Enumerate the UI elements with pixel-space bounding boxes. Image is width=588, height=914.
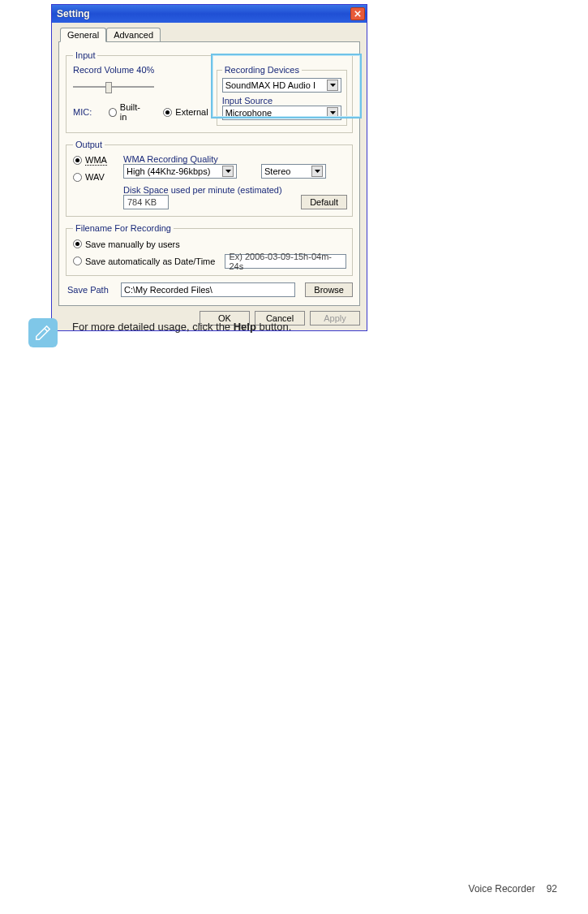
browse-button-label: Browse xyxy=(314,285,344,295)
note-text: For more detailed usage, click the Help … xyxy=(72,318,291,333)
group-filename: Filename For Recording Save manually by … xyxy=(66,223,353,276)
tab-general[interactable]: General xyxy=(60,28,106,42)
radio-save-auto-label: Save automatically as Date/Time xyxy=(85,257,215,266)
radio-format-wav-label: WAV xyxy=(85,172,105,182)
window-title: Setting xyxy=(57,8,90,19)
tab-strip: General Advanced xyxy=(58,28,360,42)
default-button[interactable]: Default xyxy=(301,195,347,209)
radio-save-manual-label: Save manually by users xyxy=(85,239,180,249)
group-input-legend: Input xyxy=(73,50,97,60)
note-text-prefix: For more detailed usage, click the xyxy=(72,321,234,333)
radio-save-auto[interactable]: Save automatically as Date/Time xyxy=(73,257,215,266)
chevron-down-icon xyxy=(311,166,323,177)
group-input: Input Record Volume 40% MIC: Buil xyxy=(66,50,353,133)
note-row: For more detailed usage, click the Help … xyxy=(28,318,291,347)
radio-mic-builtin-label: Built-in xyxy=(120,102,144,122)
chevron-down-icon xyxy=(327,107,338,119)
disk-space-value: 784 KB xyxy=(123,195,169,209)
mic-label: MIC: xyxy=(73,107,92,117)
tab-advanced-label: Advanced xyxy=(114,30,153,40)
close-icon xyxy=(354,11,361,17)
save-path-input[interactable]: C:\My Recorded Files\ xyxy=(121,282,295,297)
radio-format-wav[interactable]: WAV xyxy=(73,172,105,182)
combo-channels[interactable]: Stereo xyxy=(261,164,326,179)
combo-quality[interactable]: High (44Khz-96kbps) xyxy=(123,164,237,179)
default-button-label: Default xyxy=(310,197,338,207)
radio-mic-external-label: External xyxy=(175,107,208,117)
chevron-down-icon xyxy=(222,166,234,177)
browse-button[interactable]: Browse xyxy=(305,282,353,297)
group-filename-legend: Filename For Recording xyxy=(73,223,174,233)
close-button[interactable] xyxy=(350,7,365,20)
dialog-body: General Advanced Input Record Volume 40% xyxy=(52,23,367,330)
apply-button-label: Apply xyxy=(324,313,346,323)
footer-page-number: 92 xyxy=(547,883,557,895)
filename-example: Ex) 2006-03-09-15h-04m-24s xyxy=(225,254,346,269)
input-source-label: Input Source xyxy=(222,96,341,106)
combo-input-source[interactable]: Microphone xyxy=(222,106,341,120)
settings-dialog: Setting General Advanced Input Record Vo… xyxy=(51,4,367,331)
note-text-bold: Help xyxy=(234,321,256,333)
radio-mic-builtin[interactable]: Built-in xyxy=(109,102,144,122)
save-path-row: Save Path C:\My Recorded Files\ Browse xyxy=(67,282,353,297)
radio-format-wma[interactable]: WMA xyxy=(73,155,107,166)
disk-space-label: Disk Space used per minute (estimated) xyxy=(123,185,347,195)
save-path-value: C:\My Recorded Files\ xyxy=(124,285,212,295)
slider-track xyxy=(73,86,154,88)
combo-quality-value: High (44Khz-96kbps) xyxy=(127,166,210,176)
titlebar: Setting xyxy=(52,5,367,23)
combo-recording-device-value: SoundMAX HD Audio I xyxy=(225,80,315,90)
slider-thumb[interactable] xyxy=(105,82,112,93)
combo-input-source-value: Microphone xyxy=(225,108,272,118)
radio-format-wma-label: WMA xyxy=(85,155,107,166)
note-icon xyxy=(28,318,58,347)
combo-channels-value: Stereo xyxy=(264,166,290,176)
record-volume-label: Record Volume 40% xyxy=(73,65,208,75)
group-recording-devices: Recording Devices SoundMAX HD Audio I In… xyxy=(217,65,347,126)
page-footer: Voice Recorder 92 xyxy=(469,883,557,895)
save-path-label: Save Path xyxy=(67,285,116,295)
footer-section: Voice Recorder xyxy=(469,883,535,895)
combo-recording-device[interactable]: SoundMAX HD Audio I xyxy=(222,78,341,93)
tab-general-label: General xyxy=(67,30,99,40)
record-volume-slider[interactable] xyxy=(73,80,154,94)
tab-advanced[interactable]: Advanced xyxy=(106,28,161,42)
group-output-legend: Output xyxy=(73,140,105,149)
pencil-icon xyxy=(34,324,52,342)
chevron-down-icon xyxy=(327,80,338,91)
radio-mic-external[interactable]: External xyxy=(163,107,208,117)
radio-save-manual[interactable]: Save manually by users xyxy=(73,239,180,249)
group-output: Output WMA WAV WMA Recording Quality Hig… xyxy=(66,140,353,217)
group-recording-devices-legend: Recording Devices xyxy=(222,65,302,75)
quality-label: WMA Recording Quality xyxy=(123,154,347,164)
tab-panel-general: Input Record Volume 40% MIC: Buil xyxy=(58,41,360,306)
apply-button[interactable]: Apply xyxy=(310,311,360,326)
document-page: Setting General Advanced Input Record Vo… xyxy=(0,0,588,914)
note-text-suffix: button. xyxy=(256,321,291,333)
